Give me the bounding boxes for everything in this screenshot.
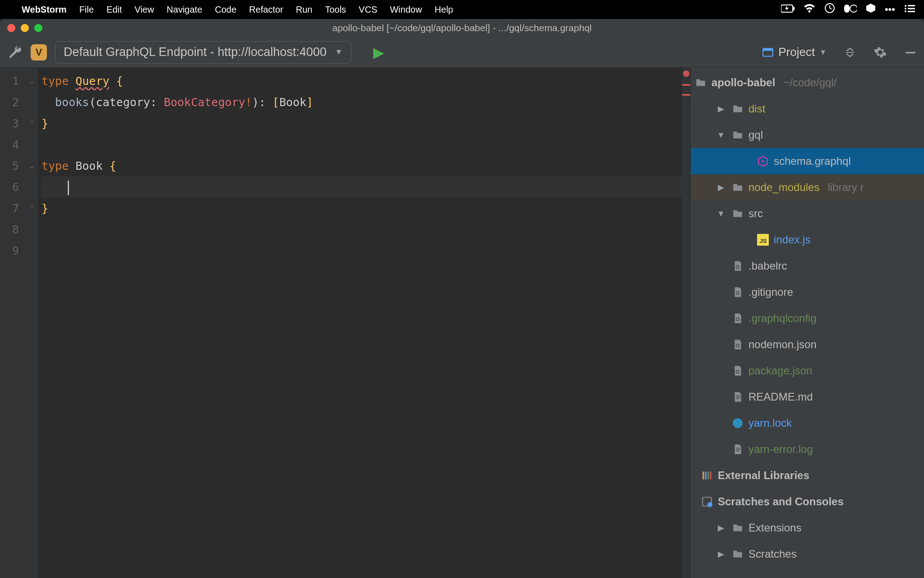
tree-node[interactable]: dist <box>691 96 924 122</box>
code-line[interactable] <box>42 134 690 155</box>
line-number: 2 <box>0 92 19 113</box>
expand-arrow-icon[interactable] <box>715 182 727 192</box>
fold-marker[interactable] <box>25 219 38 240</box>
line-number: 9 <box>0 240 19 261</box>
tree-root[interactable]: apollo-babel~/code/gql/ <box>691 70 924 96</box>
scratch-icon <box>701 496 713 508</box>
line-gutter: 123456789 <box>0 68 25 578</box>
appname[interactable]: WebStorm <box>22 5 67 15</box>
tree-node[interactable]: External Libraries <box>691 462 924 489</box>
txt-icon <box>731 391 744 403</box>
fold-marker[interactable] <box>25 134 38 155</box>
tree-node[interactable]: JSindex.js <box>691 227 924 253</box>
svg-point-17 <box>762 160 764 162</box>
menu-run[interactable]: Run <box>296 5 313 15</box>
code-editor[interactable]: 123456789 ⌄⌃⌄⌃ type Query { books(catego… <box>0 68 690 578</box>
code-line[interactable]: } <box>42 113 690 134</box>
tree-node-label: .gitignore <box>748 286 793 298</box>
fold-marker[interactable]: ⌄ <box>25 155 38 177</box>
tree-node-label: gql <box>748 129 763 141</box>
folder-icon <box>731 129 744 141</box>
endpoint-selector[interactable]: Default GraphQL Endpoint - http://localh… <box>55 41 351 64</box>
expand-arrow-icon[interactable] <box>715 131 727 140</box>
error-indicator-icon[interactable] <box>683 70 689 77</box>
menu-refactor[interactable]: Refactor <box>249 5 283 15</box>
expand-arrow-icon[interactable] <box>715 523 727 533</box>
code-line[interactable]: type Book { <box>42 155 690 177</box>
clock-icon[interactable] <box>824 3 835 16</box>
tree-node[interactable]: .babelrc <box>691 253 924 279</box>
tree-root-hint: ~/code/gql/ <box>783 76 836 89</box>
menu-navigate[interactable]: Navigate <box>166 5 202 15</box>
menu-help[interactable]: Help <box>434 5 453 15</box>
tree-node[interactable]: .graphqlconfig <box>691 305 924 331</box>
tree-node[interactable]: .gitignore <box>691 279 924 305</box>
minimize-panel-icon[interactable] <box>904 46 917 59</box>
chevron-down-icon: ▼ <box>335 47 343 57</box>
error-marker[interactable] <box>682 94 690 96</box>
menu-extra-icon[interactable]: ••• <box>885 4 895 15</box>
expand-arrow-icon[interactable] <box>715 209 727 219</box>
tree-node[interactable]: gql <box>691 122 924 148</box>
fold-column[interactable]: ⌄⌃⌄⌃ <box>25 68 38 578</box>
tree-node[interactable]: nodemon.json <box>691 331 924 358</box>
battery-icon[interactable] <box>781 4 795 15</box>
window-titlebar: apollo-babel [~/code/gql/apollo-babel] -… <box>0 19 924 37</box>
yarn-icon <box>731 417 744 429</box>
code-line[interactable] <box>42 177 690 198</box>
tree-node-label: .graphqlconfig <box>748 312 817 325</box>
code-line[interactable]: type Query { <box>42 70 690 92</box>
code-line[interactable] <box>42 219 690 240</box>
fold-marker[interactable]: ⌃ <box>25 113 38 134</box>
project-tree[interactable]: apollo-babel~/code/gql/distgqlschema.gra… <box>691 68 924 567</box>
tree-node[interactable]: Scratches <box>691 541 924 567</box>
controlcenter-icon[interactable] <box>844 4 857 15</box>
menu-code[interactable]: Code <box>215 5 236 15</box>
project-view-selector[interactable]: Project ▼ <box>762 45 827 59</box>
fold-marker[interactable] <box>25 177 38 198</box>
tree-node-label: yarn-error.log <box>748 443 813 456</box>
vcs-badge[interactable]: V <box>31 44 47 61</box>
fold-marker[interactable] <box>25 92 38 113</box>
list-icon[interactable] <box>904 4 915 15</box>
gear-icon[interactable] <box>873 46 887 59</box>
fold-marker[interactable] <box>25 240 38 261</box>
wrench-icon[interactable] <box>7 45 23 60</box>
fold-marker[interactable]: ⌃ <box>25 198 38 219</box>
svg-point-8 <box>905 8 906 9</box>
menu-file[interactable]: File <box>79 5 94 15</box>
tree-node[interactable]: package.json <box>691 358 924 384</box>
tree-node[interactable]: Extensions <box>691 515 924 541</box>
tree-node[interactable]: yarn.lock <box>691 410 924 436</box>
menu-window[interactable]: Window <box>390 5 422 15</box>
tree-node[interactable]: node_moduleslibrary r <box>691 174 924 200</box>
wifi-icon[interactable] <box>804 4 815 15</box>
menu-edit[interactable]: Edit <box>106 5 122 15</box>
code-line[interactable]: } <box>42 198 690 219</box>
tree-node[interactable]: README.md <box>691 384 924 410</box>
code-area[interactable]: type Query { books(category: BookCategor… <box>38 68 690 578</box>
tree-node[interactable]: src <box>691 200 924 227</box>
tree-node-label: node_modules <box>748 181 819 194</box>
menu-vcs[interactable]: VCS <box>359 5 377 15</box>
run-button[interactable]: ▶ <box>373 44 384 61</box>
window-title: apollo-babel [~/code/gql/apollo-babel] -… <box>0 23 924 33</box>
menu-tools[interactable]: Tools <box>325 5 346 15</box>
svg-point-37 <box>707 502 712 507</box>
tree-node[interactable]: Scratches and Consoles <box>691 489 924 515</box>
expand-arrow-icon[interactable] <box>715 549 727 559</box>
code-line[interactable]: books(category: BookCategory!): [Book] <box>42 92 690 113</box>
fold-marker[interactable]: ⌄ <box>25 70 38 92</box>
tree-node[interactable]: schema.graphql <box>691 148 924 174</box>
error-marker[interactable] <box>682 84 690 86</box>
project-icon <box>762 47 774 58</box>
collapse-icon[interactable] <box>844 46 856 59</box>
tree-node-label: yarn.lock <box>748 417 792 429</box>
toolbox-icon[interactable] <box>866 3 876 16</box>
error-stripe[interactable] <box>682 68 690 578</box>
expand-arrow-icon[interactable] <box>715 104 727 114</box>
code-line[interactable] <box>42 240 690 261</box>
tree-node[interactable]: yarn-error.log <box>691 436 924 462</box>
tree-node-label: Scratches <box>748 548 797 560</box>
menu-view[interactable]: View <box>134 5 154 15</box>
